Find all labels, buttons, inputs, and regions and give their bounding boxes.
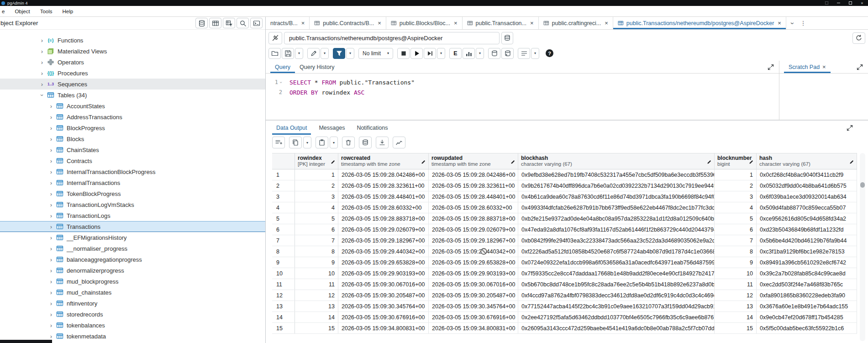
connection-input[interactable]: public.Transactions/nethereumdb/postgres… — [284, 32, 500, 44]
chevron-right-icon[interactable]: › — [47, 322, 55, 329]
tab-close-icon[interactable]: × — [378, 20, 381, 26]
cell-blocknumber[interactable]: 6 — [715, 224, 757, 235]
connection-status-button[interactable] — [268, 32, 282, 44]
rollback-button[interactable] — [501, 48, 514, 59]
cell-rowindex[interactable]: 5 — [295, 213, 338, 224]
tree-item-addresstransactions[interactable]: ›AddressTransactions — [0, 111, 265, 122]
scratch-pad-expand-icon[interactable] — [856, 63, 863, 71]
chevron-right-icon[interactable]: › — [47, 147, 55, 153]
tree-item-mud-blockprogress[interactable]: ›mud_blockprogress — [0, 276, 265, 287]
cell-blocknumber[interactable]: 10 — [715, 268, 757, 279]
table-grid-button[interactable] — [209, 18, 221, 28]
execute-button[interactable] — [410, 48, 423, 59]
tab-notifications[interactable]: Notifications — [352, 121, 392, 135]
cell-hash[interactable]: 0x05032df9dd0c4b8ba641d6b575 — [757, 180, 857, 191]
tree-item-blocks[interactable]: ›Blocks — [0, 133, 265, 144]
tree-item-materialized-views[interactable]: ›Materialized Views — [0, 46, 265, 57]
edit-pencil-icon[interactable] — [421, 159, 426, 165]
column-header-rowindex[interactable]: rowindex[PK] integer — [295, 153, 338, 169]
cell-rowindex[interactable]: 7 — [295, 235, 338, 246]
stop-button[interactable] — [397, 48, 410, 59]
paste-button-dropdown[interactable]: ▾ — [330, 137, 338, 148]
macros-button-dropdown[interactable]: ▾ — [531, 48, 539, 59]
row-number-cell[interactable]: 8 — [272, 246, 295, 257]
cell-rowcreated[interactable]: 2026-03-05 15:09:28.448401+00 — [338, 191, 429, 202]
cell-hash[interactable]: 0x509d4fab88770c859ecca55b07 — [757, 202, 857, 213]
cell-rowcreated[interactable]: 2026-03-05 15:09:30.067016+00 — [338, 279, 429, 290]
tab-close-icon[interactable]: × — [454, 20, 458, 26]
tab-close-icon[interactable]: × — [530, 20, 534, 26]
chevron-right-icon[interactable]: › — [47, 278, 55, 285]
cell-blockhash[interactable]: 0x9b2617674b40dff896dca7b6e0a02cd0392232… — [518, 180, 715, 191]
tree-item-transactions[interactable]: ›Transactions — [0, 221, 265, 232]
chevron-down-icon[interactable]: › — [39, 91, 46, 99]
tree-item-internaltransactionblockprogress[interactable]: ›InternalTransactionBlockProgress — [0, 166, 265, 177]
execute-script-button[interactable] — [424, 48, 436, 59]
cell-blocknumber[interactable]: 14 — [715, 312, 757, 322]
cell-rowindex[interactable]: 10 — [295, 268, 338, 279]
tree-item-contracts[interactable]: ›Contracts — [0, 155, 265, 166]
edit-button-dropdown[interactable]: ▾ — [321, 48, 329, 59]
tree-item-balanceaggregationprogress[interactable]: ›balanceaggregationprogress — [0, 254, 265, 265]
cell-rowcreated[interactable]: 2026-03-05 15:09:28.60332+00 — [338, 202, 429, 213]
cell-rowcreated[interactable]: 2026-03-05 15:09:30.205487+00 — [338, 290, 429, 301]
tab-close-icon[interactable]: × — [778, 20, 781, 26]
cell-blocknumber[interactable]: 5 — [715, 213, 757, 224]
cell-rowindex[interactable]: 9 — [295, 257, 338, 268]
cell-rowcreated[interactable]: 2026-03-05 15:09:29.653828+00 — [338, 257, 429, 268]
cell-rowcreated[interactable]: 2026-03-05 15:09:29.903193+00 — [338, 268, 429, 279]
tab-query-history[interactable]: Query History — [295, 61, 339, 73]
macros-button[interactable] — [518, 48, 530, 59]
tab-menu-kebab-icon[interactable]: ⋮ — [800, 20, 806, 26]
filter-grid-button[interactable] — [223, 18, 235, 28]
cell-rowupdated[interactable]: 2026-03-05 15:09:29.903193+00 — [429, 268, 518, 279]
cell-blockhash[interactable]: 0x0724e09322efa1dccb998a6f0536586a31a0ac… — [518, 257, 715, 268]
help-button[interactable]: ? — [543, 48, 556, 59]
database-list-button[interactable] — [501, 32, 513, 44]
database-button[interactable] — [195, 18, 208, 28]
cell-rowupdated[interactable]: 2026-03-05 15:09:29.026079+00 — [429, 224, 518, 235]
row-number-cell[interactable]: 15 — [272, 323, 295, 333]
cell-hash[interactable]: 0x9e0cb47ef20d678ff17b454285 — [757, 312, 857, 322]
cell-blocknumber[interactable]: 1 — [715, 169, 757, 180]
cell-rowindex[interactable]: 11 — [295, 279, 338, 290]
cell-hash[interactable]: 0x6f039ba1ece3d09320014ab634 — [757, 191, 857, 202]
cell-rowindex[interactable]: 4 — [295, 202, 338, 213]
tab-data-output[interactable]: Data Output — [272, 121, 311, 135]
cell-hash[interactable]: 0x39c2a7b028fab85c84c99cae8d — [757, 268, 857, 279]
row-number-cell[interactable]: 2 — [272, 180, 295, 191]
explain-analyze-button[interactable] — [463, 48, 475, 59]
cell-rowcreated[interactable]: 2026-03-05 15:09:28.323611+00 — [338, 180, 429, 191]
chevron-right-icon[interactable]: › — [47, 212, 55, 219]
cell-rowupdated[interactable]: 2026-03-05 15:09:29.182967+00 — [429, 235, 518, 246]
cell-blockhash[interactable]: 0x26095a3143ccc472d259baebe4541e419a6dc0… — [518, 323, 715, 333]
chevron-right-icon[interactable]: › — [47, 223, 55, 230]
cell-blocknumber[interactable]: 9 — [715, 257, 757, 268]
tab-overflow-chevron-icon[interactable]: › — [789, 22, 796, 24]
cell-rowindex[interactable]: 8 — [295, 246, 338, 257]
tab-query[interactable]: Query — [270, 61, 295, 73]
cell-rowupdated[interactable]: 2026-03-05 15:09:34.800831+00 — [429, 323, 518, 333]
row-number-cell[interactable]: 13 — [272, 301, 295, 311]
tree-item-functions[interactable]: ›(≡)Functions — [0, 35, 265, 46]
grid-vertical-scrollbar[interactable] — [860, 153, 865, 341]
copy-button-dropdown[interactable]: ▾ — [303, 137, 311, 148]
chevron-right-icon[interactable]: › — [47, 256, 55, 263]
cell-blockhash[interactable]: 0x5b670bc8dd748ce1b95fc8c28ada76ee2c5e5b… — [518, 279, 715, 290]
cell-blockhash[interactable]: 0x49933f4dfcfab26e6287b91b7bb673ff9ed58e… — [518, 202, 715, 213]
chevron-right-icon[interactable]: › — [47, 311, 55, 318]
cell-rowupdated[interactable]: 2026-03-05 15:09:28.042486+00 — [429, 169, 518, 180]
tab-messages[interactable]: Messages — [315, 121, 349, 135]
edit-pencil-icon[interactable] — [510, 159, 516, 165]
delete-row-button[interactable] — [342, 137, 355, 148]
cell-hash[interactable]: 0x89491a396cb5610292e8cf6742 — [757, 257, 857, 268]
row-number-cell[interactable]: 9 — [272, 257, 295, 268]
scrollbar-thumb[interactable] — [860, 182, 865, 188]
cell-blockhash[interactable]: 0x2ee427192f5afa5d63462ddbdd103770bf4e65… — [518, 312, 715, 322]
cell-rowcreated[interactable]: 2026-03-05 15:09:28.042486+00 — [338, 169, 429, 180]
cell-rowcreated[interactable]: 2026-03-05 15:09:30.345764+00 — [338, 301, 429, 311]
limit-select[interactable]: No limit▾ — [358, 48, 393, 59]
edit-button[interactable] — [307, 48, 320, 59]
data-output-expand-icon[interactable] — [846, 124, 853, 132]
cell-rowcreated[interactable]: 2026-03-05 15:09:29.440342+00 — [338, 246, 429, 257]
